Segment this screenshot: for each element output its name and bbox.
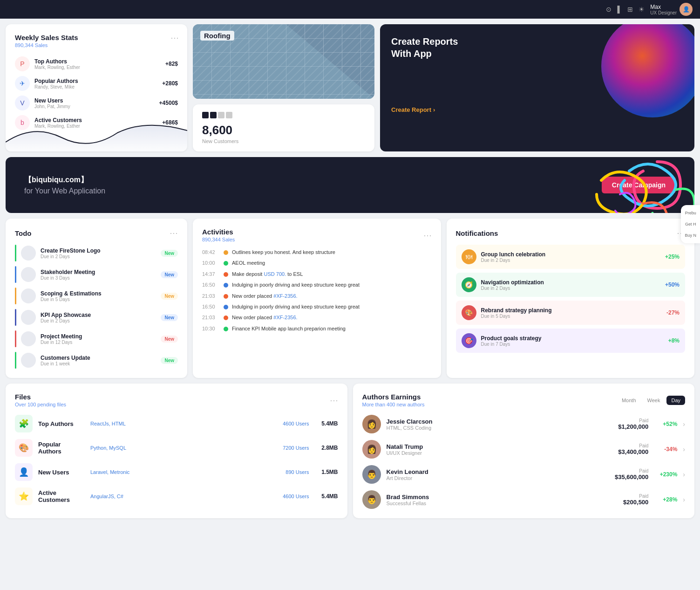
author-name: Brad Simmons (387, 494, 618, 501)
todo-info: Customers Update Due in 1 week (41, 355, 156, 366)
notif-info: Rebrand strategy planning Due in 5 Days (481, 307, 662, 319)
notif-name: Rebrand strategy planning (481, 307, 662, 314)
chevron-right-icon[interactable]: › (683, 446, 685, 453)
todo-list: Create FireStone Logo Due in 2 Days New … (15, 245, 178, 369)
activities-subtitle: 890,344 Sales (202, 237, 235, 242)
day-tab[interactable]: Day (666, 396, 685, 405)
svg-rect-12 (193, 66, 374, 67)
chevron-right-icon[interactable]: › (683, 471, 685, 478)
user-name: Max (650, 4, 677, 10)
todo-avatar (21, 331, 36, 346)
file-item: 👤 New Users Laravel, Metronic 890 Users … (15, 463, 338, 481)
order-link2[interactable]: #XF-2356. (273, 315, 297, 320)
order-link[interactable]: #XF-2356. (273, 293, 297, 299)
activity-text: Indulging in poorly driving and keep str… (232, 281, 360, 288)
author-info: Kevin Leonard Art Director (387, 468, 610, 481)
todo-menu[interactable]: ⋯ (170, 228, 178, 238)
notif-due: Due in 7 Days (481, 342, 664, 347)
file-size: 1.5MB (315, 469, 338, 475)
svg-rect-13 (193, 80, 374, 81)
todo-avatar (21, 310, 36, 325)
square-dark (202, 112, 209, 118)
todo-due: Due in 2 Days (41, 254, 156, 259)
author-change: -34% (654, 446, 677, 453)
activity-item: 21:03 New order placed #XF-2356. (202, 314, 432, 321)
weekly-sales-menu[interactable]: ⋯ (170, 33, 179, 43)
activity-item: 10:00 AEOL meeting (202, 260, 432, 267)
popular-authors-icon: ✈ (15, 76, 30, 91)
todo-name: Customers Update (41, 355, 156, 361)
notifications-title: Notifications (456, 229, 498, 237)
stats-value: +280$ (162, 80, 178, 87)
stats-item: V New Users John, Pat, Jimmy +4500$ (15, 96, 178, 110)
user-role: UX Designer (650, 10, 677, 15)
square-dark2 (210, 112, 217, 118)
activity-dot (224, 294, 228, 299)
author-name: Jessie Clarcson (387, 418, 613, 425)
activities-menu[interactable]: ⋯ (423, 230, 432, 240)
new-users-icon: V (15, 96, 30, 110)
todo-item: Stakeholder Meeting Due in 3 Days New (15, 266, 178, 283)
authors-list: 👩 Jessie Clarcson HTML, CSS Coding Paid … (362, 415, 686, 509)
month-tab[interactable]: Month (617, 396, 641, 405)
file-users: 890 Users (277, 469, 309, 475)
stats-authors: John, Pat, Jimmy (34, 104, 155, 109)
activity-time: 16:50 (202, 282, 220, 288)
week-tab[interactable]: Week (643, 396, 665, 405)
theme-icon[interactable]: ☀ (639, 6, 645, 13)
customers-number: 8,600 (202, 123, 365, 137)
authors-earnings-title: Authors Earnings (362, 393, 425, 401)
search-icon[interactable]: ⊙ (606, 6, 612, 13)
deposit-link[interactable]: USD 700. (264, 271, 286, 277)
avatar[interactable]: 👤 (680, 3, 693, 16)
author-amount: $1,200,000 (618, 423, 648, 430)
row4: Files Over 100 pending files ⋯ 🧩 Top Aut… (6, 384, 694, 518)
reports-orb (601, 24, 694, 117)
todo-info: Stakeholder Meeting Due in 3 Days (41, 269, 156, 281)
roofing-col: Roofing 8,600 New Customers (193, 24, 374, 151)
stats-authors: Mark, Rowling, Esther (34, 65, 161, 70)
file-size: 5.4MB (315, 420, 338, 427)
todo-bar (15, 352, 16, 369)
file-item: 🧩 Top Authors ReactJs, HTML 4600 Users 5… (15, 415, 338, 432)
activity-time: 10:00 (202, 260, 220, 266)
campaign-decoration (555, 157, 694, 213)
todo-card: Todo ⋯ Create FireStone Logo Due in 2 Da… (6, 219, 187, 378)
activity-dot (224, 261, 228, 266)
create-report-link[interactable]: Create Report › (391, 106, 435, 113)
square-gray2 (226, 112, 232, 118)
stats-value: +4500$ (159, 100, 178, 106)
chevron-right-icon[interactable]: › (683, 420, 685, 428)
side-panel-buy-n[interactable]: Buy N (684, 231, 697, 240)
paid-label: Paid (618, 418, 648, 423)
activity-dot (224, 272, 228, 277)
todo-item: Create FireStone Logo Due in 2 Days New (15, 245, 178, 261)
todo-badge: New (161, 357, 178, 364)
grid-icon[interactable]: ⊞ (627, 6, 633, 13)
notif-value: +8% (668, 337, 680, 344)
todo-item: Project Meeting Due in 12 Days New (15, 330, 178, 347)
activities-title: Activities (202, 228, 235, 236)
top-authors-info: Top Authors Mark, Rowling, Esther (34, 58, 161, 70)
file-name: New Users (38, 469, 85, 476)
side-panel-get-h[interactable]: Get H (684, 220, 697, 228)
activity-dot (224, 327, 228, 331)
stats-name: Popular Authors (34, 78, 157, 84)
chevron-right-icon[interactable]: › (683, 496, 685, 503)
topbar: ⊙ ▌ ⊞ ☀ Max UX Designer 👤 (0, 0, 700, 19)
notif-value: +25% (665, 254, 680, 260)
battery-icon: ▌ (617, 6, 622, 13)
activity-dot (224, 305, 228, 309)
svg-rect-9 (360, 24, 361, 99)
activity-dot (224, 250, 228, 255)
svg-rect-3 (249, 24, 249, 99)
activity-text: AEOL meeting (232, 260, 265, 267)
files-menu[interactable]: ⋯ (330, 395, 338, 405)
notif-name: Group lunch celebration (481, 251, 660, 258)
todo-due: Due in 2 Days (41, 318, 156, 323)
square-gray (218, 112, 224, 118)
todo-avatar (21, 288, 36, 303)
campaign-text: 【biqubiqu.com】 for Your Web Application (24, 175, 105, 195)
side-panel-prebu[interactable]: Prebu (684, 209, 697, 217)
user-profile[interactable]: Max UX Designer 👤 (650, 3, 693, 16)
